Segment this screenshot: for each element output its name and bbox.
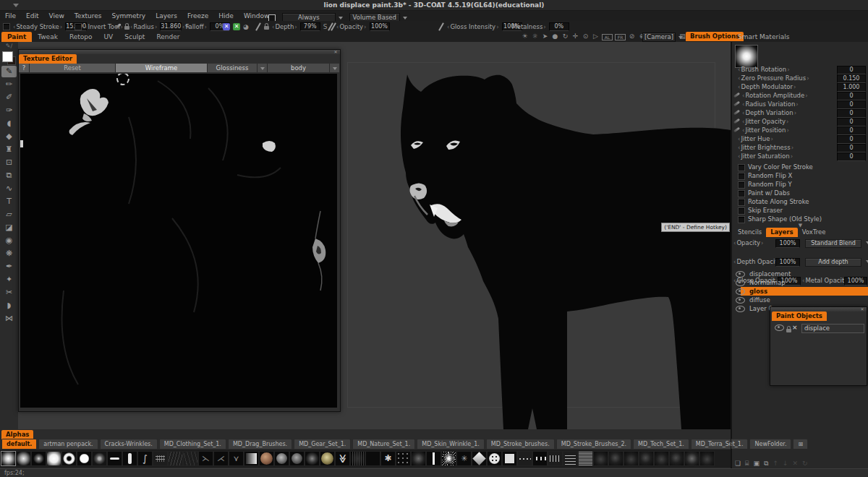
alpha-thumb-waves[interactable]	[563, 451, 578, 466]
pressure-checkbox[interactable]	[268, 14, 276, 22]
slider-rotation-amplitude[interactable]: Rotation Amplitude0	[732, 91, 868, 100]
wireframe-button[interactable]: Wireframe	[116, 64, 208, 72]
tab-tweak[interactable]: Tweak	[32, 32, 64, 42]
steady-stroke-label[interactable]: Steady Stroke	[13, 23, 62, 30]
camera-dropdown-arrow-icon[interactable]	[678, 36, 683, 39]
paint-objects-titlebar[interactable]: ✕	[770, 307, 867, 311]
brush-tool[interactable]: ✎	[1, 66, 17, 77]
visibility-eye-icon[interactable]	[736, 297, 745, 304]
tab-layers[interactable]: Layers	[766, 228, 797, 237]
airbrush-tool[interactable]: ✐	[1, 92, 17, 103]
alpha-thumb-twig[interactable]	[198, 451, 213, 466]
layer-opacity-value[interactable]: 100%	[775, 239, 800, 248]
alpha-folder-md-stroke-brushes-[interactable]: MD_Stroke_brushes.	[486, 439, 555, 449]
alpha-thumb-scratch2[interactable]	[183, 451, 198, 466]
slider-value[interactable]: 0	[837, 152, 866, 161]
visibility-eye-icon[interactable]	[736, 271, 745, 278]
primary-color[interactable]	[2, 51, 13, 62]
blend-mode-dropdown[interactable]: Standard Blend	[805, 239, 861, 248]
checkbox-random-flip-x[interactable]: Random Flip X	[732, 171, 868, 180]
tab-uv[interactable]: UV	[98, 32, 119, 42]
alpha-thumb-burst[interactable]	[441, 451, 456, 466]
channel-dropdown-arrow-icon[interactable]	[258, 64, 268, 72]
visibility-eye-icon[interactable]	[736, 280, 745, 286]
menu-symmetry[interactable]: Symmetry	[107, 11, 151, 21]
alpha-thumb-spray[interactable]	[411, 451, 426, 466]
depth-value[interactable]: 79%	[300, 22, 320, 31]
alpha-folder-md-nature-set-1-[interactable]: MD_Nature_Set_1.	[352, 439, 415, 449]
alpha-thumb-squig[interactable]	[137, 451, 153, 466]
tab-paint[interactable]: Paint	[1, 32, 32, 42]
alpha-thumb-chev[interactable]	[335, 451, 350, 466]
paint-object-name[interactable]: displace	[801, 324, 864, 333]
checkbox-paint-w-dabs[interactable]: Paint w/ Dabs	[732, 189, 868, 197]
smudge-tool[interactable]: ◖	[1, 118, 17, 129]
bend-tool[interactable]: ◗	[1, 300, 17, 311]
alpha-thumb-disc[interactable]	[77, 451, 92, 466]
disable-icon[interactable]: ⊘	[628, 32, 636, 41]
window-menu-icon[interactable]	[13, 4, 19, 7]
alpha-thumb-crackle[interactable]	[456, 451, 472, 466]
tab-texture-editor[interactable]: Texture Editor	[19, 54, 77, 64]
layer-row[interactable]: gloss	[732, 287, 868, 296]
brush-icon[interactable]	[114, 23, 122, 30]
radius-value[interactable]: 31.860	[160, 22, 182, 31]
opacity-value[interactable]: 100%	[370, 22, 390, 31]
color-swatch[interactable]	[1, 51, 17, 64]
tab-smart-materials[interactable]: Smart Materials	[732, 32, 795, 42]
alpha-folder-artman-penpack-[interactable]: artman penpack.	[38, 439, 98, 449]
alpha-thumb-noise-blob[interactable]	[305, 451, 320, 466]
alpha-thumb-handblob[interactable]	[684, 451, 699, 466]
eye-tool[interactable]: ◉	[1, 235, 17, 246]
alpha-thumb-dashes[interactable]	[517, 451, 532, 466]
new-alpha-icon[interactable]: ❏	[735, 459, 741, 468]
paint-object-row[interactable]: × displace	[770, 323, 867, 333]
tab-voxtree[interactable]: VoxTree	[798, 228, 830, 237]
tab-render[interactable]: Render	[150, 32, 185, 42]
text-tool[interactable]: T	[1, 196, 17, 207]
tab-retopo[interactable]: Retopo	[64, 32, 98, 42]
alpha-thumb-gold-sphere[interactable]	[320, 451, 335, 466]
close-icon[interactable]: ✕	[859, 307, 865, 311]
radius-label[interactable]: Radius	[130, 23, 157, 30]
menu-edit[interactable]: Edit	[21, 11, 43, 21]
stroke-mode-icon[interactable]	[255, 22, 261, 30]
alpha-thumb-gridpat[interactable]	[153, 451, 168, 466]
rotate-icon[interactable]: ↻	[561, 32, 569, 41]
depth-blend-dropdown[interactable]: Add depth	[805, 258, 861, 267]
opacity-label[interactable]: Opacity	[336, 23, 367, 30]
alpha-folder-cracks-wrinkles-[interactable]: Cracks-Wrinkles.	[100, 439, 158, 449]
menu-view[interactable]: View	[44, 11, 69, 21]
menu-freeze[interactable]: Freeze	[182, 11, 213, 21]
alpha-thumb-shards[interactable]	[380, 451, 396, 466]
alpha-folder-md-tech-set-1-[interactable]: MD_Tech_Set_1.	[633, 439, 689, 449]
alpha-thumb-soft-sel[interactable]	[1, 451, 16, 466]
dab-icon[interactable]: ◕	[243, 23, 249, 30]
checkbox-icon[interactable]	[738, 199, 745, 206]
alpha-thumb-wsquare[interactable]	[502, 451, 517, 466]
visibility-eye-icon[interactable]	[736, 306, 745, 312]
alpha-thumb-gradsq[interactable]	[244, 451, 259, 466]
alpha-thumb-vbar[interactable]	[122, 451, 137, 466]
pen-pick-icon[interactable]: ✎∕	[0, 42, 18, 50]
checkbox-icon[interactable]	[738, 164, 745, 171]
alpha-thumb-blob2[interactable]	[639, 451, 654, 466]
depth-label[interactable]: Depth	[272, 23, 297, 30]
alpha-thumb-blob[interactable]	[654, 451, 669, 466]
checkbox-vary-color-per-stroke[interactable]: Vary Color Per Stroke	[732, 163, 868, 171]
checkbox-icon[interactable]	[738, 190, 745, 197]
layer-opacity-label[interactable]: Opacity	[733, 239, 764, 247]
depth-lock-icon[interactable]	[264, 26, 269, 30]
depth-opacity-value[interactable]: 100%	[775, 258, 800, 267]
falloff-label[interactable]: Falloff	[182, 23, 207, 30]
reset-button[interactable]: Reset	[30, 64, 116, 72]
alpha-folder-default-[interactable]: default.	[1, 439, 37, 449]
alpha-thumb-blob[interactable]	[624, 451, 639, 466]
clear-blue-icon[interactable]: ✕	[223, 23, 230, 30]
knife-tool[interactable]: ✂	[1, 287, 17, 298]
metalness-label[interactable]: Metalness	[509, 23, 546, 30]
play-icon[interactable]: ▷	[592, 32, 600, 41]
alpha-thumb-soft-lg[interactable]	[46, 451, 61, 466]
fill-tool[interactable]: ◆	[1, 131, 17, 142]
layer-row[interactable]: diffuse	[732, 296, 868, 304]
